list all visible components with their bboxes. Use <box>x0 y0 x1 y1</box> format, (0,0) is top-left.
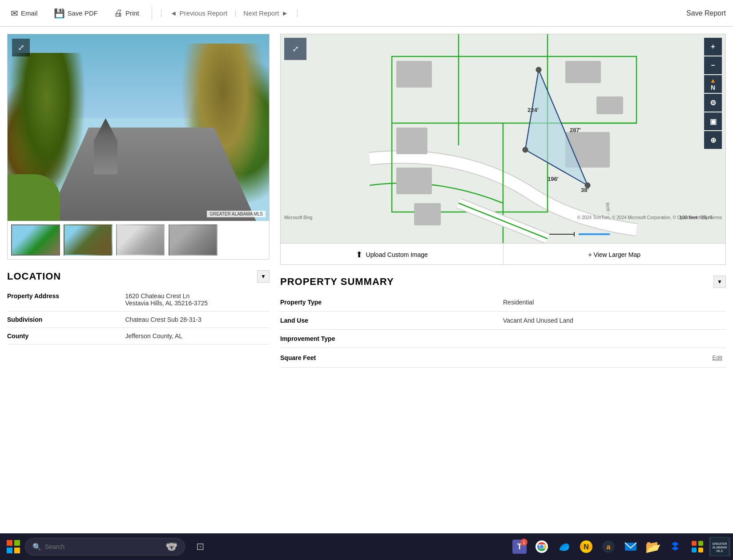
save-pdf-button[interactable]: 💾 Save PDF <box>50 6 101 20</box>
save-report-button[interactable]: Save Report <box>686 9 726 17</box>
svg-rect-43 <box>692 548 697 552</box>
windows-start-button[interactable] <box>4 537 23 556</box>
svg-point-15 <box>536 67 541 72</box>
square-feet-value: Edit <box>503 348 726 368</box>
taskbar-app-teams[interactable]: T 1 <box>510 537 529 556</box>
upload-image-button[interactable]: ⬆ Upload Custom Image <box>281 244 503 265</box>
right-panel: 224' 287' 196' 38' <box>280 34 726 526</box>
svg-marker-40 <box>672 542 679 546</box>
svg-text:287': 287' <box>570 127 581 133</box>
taskbar-app-dropbox[interactable] <box>665 537 685 556</box>
map-svg: 224' 287' 196' 38' <box>281 34 725 243</box>
land-use-label: Land Use <box>280 312 503 330</box>
map-compass-button[interactable]: ▲N <box>704 75 722 93</box>
square-feet-edit-button[interactable]: Edit <box>709 353 726 362</box>
map-crosshair-button[interactable]: ⊕ <box>704 131 722 149</box>
report-navigation: ◄ Previous Report | Next Report ► <box>161 9 298 17</box>
greater-al-logo: GREATER ALABAMA MLS <box>709 537 730 556</box>
toolbar: ✉ Email 💾 Save PDF 🖨 Print ◄ Previous Re… <box>0 0 733 27</box>
main-content: ⤢ GREATER ALABAMA MLS LOCATION ▼ <box>0 27 733 533</box>
svg-rect-9 <box>396 168 432 194</box>
left-panel: ⤢ GREATER ALABAMA MLS LOCATION ▼ <box>7 34 270 526</box>
thumbnail-4[interactable] <box>169 224 217 256</box>
thumbnail-3[interactable] <box>116 224 165 256</box>
svg-text:196': 196' <box>548 176 559 182</box>
map-footer: ⬆ Upload Custom Image + View Larger Map <box>281 243 725 265</box>
svg-rect-29 <box>7 548 12 553</box>
svg-text:ALABAMA: ALABAMA <box>712 546 727 549</box>
table-row: County Jefferson County, AL <box>7 328 270 344</box>
property-summary-header: PROPERTY SUMMARY ▼ <box>280 276 726 288</box>
taskbar-app-amazon[interactable]: a <box>599 537 618 556</box>
search-input[interactable] <box>45 543 162 550</box>
ms-store-icon <box>691 540 704 553</box>
taskbar-app-ms-store[interactable] <box>688 537 707 556</box>
svg-rect-44 <box>698 548 703 552</box>
taskbar-app-mail[interactable] <box>621 537 640 556</box>
svg-point-16 <box>523 147 528 152</box>
improvement-type-value <box>503 330 726 348</box>
search-bar[interactable]: 🔍 🐨 <box>25 538 185 556</box>
mail-icon <box>624 540 637 553</box>
map-area[interactable]: 224' 287' 196' 38' <box>281 34 725 243</box>
square-feet-label: Square Feet <box>280 348 503 368</box>
print-button[interactable]: 🖨 Print <box>110 6 143 20</box>
county-value: Jefferson County, AL <box>125 328 270 344</box>
thumbnail-2[interactable] <box>64 224 113 256</box>
taskbar-apps: T 1 <box>510 537 729 556</box>
view-larger-label: + View Larger Map <box>588 251 640 258</box>
email-label: Email <box>21 9 38 17</box>
table-row: Property Type Residential <box>280 293 726 312</box>
toolbar-left: ✉ Email 💾 Save PDF 🖨 Print ◄ Previous Re… <box>7 6 676 20</box>
map-settings-button[interactable]: ⚙ <box>704 94 722 112</box>
main-photo: ⤢ GREATER ALABAMA MLS <box>8 34 269 221</box>
next-report-button[interactable]: Next Report ► <box>243 9 288 17</box>
thumbnail-1[interactable] <box>11 224 60 256</box>
nav-separator: | <box>234 9 236 17</box>
address-value: 1620 Chateau Crest LnVestavia Hills, AL … <box>125 288 270 312</box>
svg-text:38': 38' <box>581 187 589 193</box>
svg-rect-7 <box>596 96 623 114</box>
photo-expand-button[interactable]: ⤢ <box>12 39 30 56</box>
save-pdf-label: Save PDF <box>68 9 98 17</box>
map-expand-button[interactable]: ⤢ <box>284 38 306 60</box>
teams-badge: 1 <box>520 539 528 546</box>
search-icon: 🔍 <box>32 543 41 551</box>
taskbar-app-greater-al[interactable]: GREATER ALABAMA MLS <box>710 537 729 556</box>
map-layers-button[interactable]: ▣ <box>704 112 722 130</box>
location-toggle[interactable]: ▼ <box>257 270 270 283</box>
taskbar-app-edge[interactable] <box>554 537 574 556</box>
property-summary-toggle[interactable]: ▼ <box>713 276 726 288</box>
property-type-value: Residential <box>503 293 726 312</box>
print-icon: 🖨 <box>114 8 123 18</box>
separator-1 <box>152 7 152 20</box>
bing-label: Microsoft Bing <box>284 215 312 220</box>
table-row: Improvement Type <box>280 330 726 348</box>
taskbar-app-norton[interactable]: N <box>576 537 596 556</box>
taskbar-app-files[interactable]: 📂 <box>643 537 663 556</box>
view-larger-map-button[interactable]: + View Larger Map <box>503 244 726 265</box>
table-row: Property Address 1620 Chateau Crest LnVe… <box>7 288 270 312</box>
svg-text:MLS: MLS <box>717 549 723 552</box>
svg-rect-27 <box>7 540 12 546</box>
windows-logo-icon <box>6 540 20 554</box>
photo-scene <box>8 34 269 221</box>
svg-rect-41 <box>692 541 697 546</box>
task-view-button[interactable]: ⊡ <box>190 537 210 556</box>
subdivision-value: Chateau Crest Sub 28-31-3 <box>125 312 270 328</box>
subdivision-label: Subdivision <box>7 312 125 328</box>
prev-report-button[interactable]: ◄ Previous Report <box>170 9 227 17</box>
task-view-icon: ⊡ <box>196 541 204 552</box>
map-zoom-out-button[interactable]: − <box>704 56 722 74</box>
map-expand-icon: ⤢ <box>292 44 299 54</box>
expand-icon: ⤢ <box>18 43 24 52</box>
email-button[interactable]: ✉ Email <box>7 6 41 20</box>
taskbar-app-chrome[interactable] <box>532 537 552 556</box>
map-controls: + − ▲N ⚙ ▣ ⊕ <box>704 38 722 149</box>
address-label: Property Address <box>7 288 125 312</box>
svg-text:a: a <box>607 543 611 551</box>
table-row: Land Use Vacant And Unused Land <box>280 312 726 330</box>
compass-icon: ▲N <box>710 77 716 91</box>
map-zoom-in-button[interactable]: + <box>704 38 722 56</box>
prev-chevron-icon: ◄ <box>170 9 177 17</box>
